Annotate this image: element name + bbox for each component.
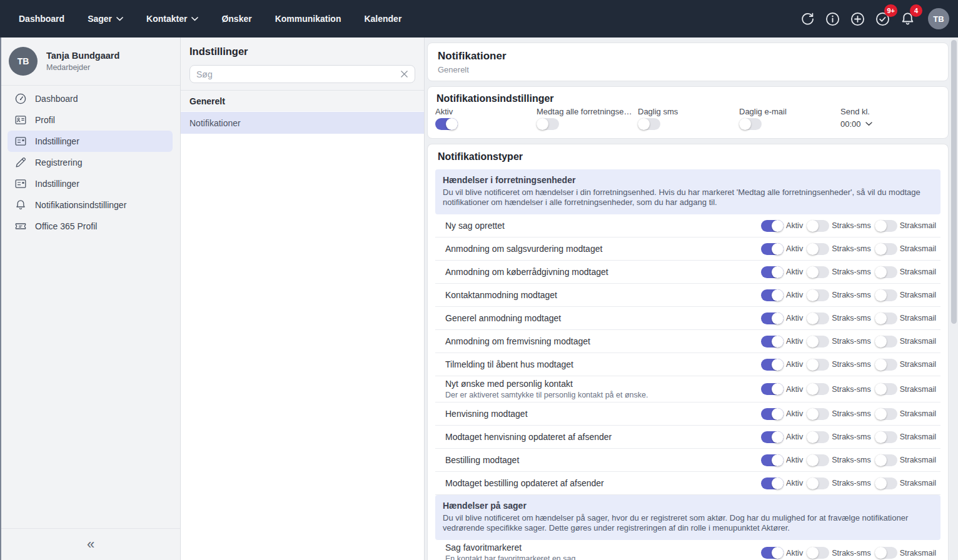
toggle-straks-sms[interactable] — [807, 312, 829, 324]
settings-list-item-notifikationer[interactable]: Notifikationer — [181, 112, 424, 134]
type-row-toggles: AktivStraks-smsStraksmail — [757, 454, 936, 466]
gauge-icon — [14, 92, 27, 105]
notification-type-row: Kontaktanmodning modtagetAktivStraks-sms… — [435, 284, 940, 307]
toggle-group: Straks-sms — [807, 383, 871, 395]
type-row-text: Generel anmodning modtaget — [445, 313, 757, 323]
toggle-straksmail[interactable] — [875, 359, 897, 371]
toggle-aktiv[interactable] — [761, 383, 784, 395]
toggle-straks-sms[interactable] — [807, 383, 829, 395]
toggle-straksmail[interactable] — [875, 383, 897, 395]
toggle-straksmail[interactable] — [875, 266, 897, 278]
main-nav: DashboardSagerKontakterØnskerKommunikati… — [19, 14, 401, 24]
toggle-straks-sms[interactable] — [807, 243, 829, 255]
toggle-label: Straks-sms — [832, 244, 871, 253]
toggle-label: Straks-sms — [832, 432, 871, 441]
sidebar-item-dashboard[interactable]: Dashboard — [8, 88, 173, 109]
toggle-daglig-e-mail[interactable] — [739, 118, 762, 130]
type-row-toggles: AktivStraks-smsStraksmail — [757, 312, 936, 324]
toggle-aktiv[interactable] — [435, 118, 458, 130]
toggle-straks-sms[interactable] — [807, 547, 829, 559]
toggle-straksmail[interactable] — [875, 478, 897, 489]
pencil-icon — [14, 156, 27, 169]
toggle-aktiv[interactable] — [761, 454, 784, 466]
nav-item-dashboard[interactable]: Dashboard — [19, 14, 64, 24]
toggle-aktiv[interactable] — [761, 359, 784, 371]
sidebar-item-indstillinger[interactable]: Indstillinger — [8, 173, 173, 194]
toggle-aktiv[interactable] — [761, 243, 784, 255]
toggle-straks-sms[interactable] — [807, 266, 829, 278]
type-row-label: Anmodning om køberrådgivning modtaget — [445, 267, 757, 277]
toggle-straksmail[interactable] — [875, 454, 897, 466]
sidebar-item-registrering[interactable]: Registrering — [8, 152, 173, 173]
toggle-straks-sms[interactable] — [807, 408, 829, 420]
toggle-label: Aktiv — [786, 360, 803, 369]
toggle-straksmail[interactable] — [875, 243, 897, 255]
nav-item-kommunikation[interactable]: Kommunikation — [275, 14, 341, 24]
toggle-group: Straksmail — [875, 312, 936, 324]
nav-item-kalender[interactable]: Kalender — [364, 14, 401, 24]
scrollbar-thumb[interactable] — [951, 40, 957, 324]
refresh-icon[interactable] — [799, 11, 816, 28]
nav-item-kontakter[interactable]: Kontakter — [146, 14, 198, 24]
user-avatar[interactable]: TB — [928, 8, 949, 29]
send-time-select[interactable]: 00:00 — [840, 118, 942, 130]
toggle-straks-sms[interactable] — [807, 336, 829, 348]
notifications-bell-icon[interactable]: 4 — [899, 11, 916, 28]
type-row-text: Bestilling modtaget — [445, 455, 757, 465]
sidebar-item-office-365-profil[interactable]: Office 365 Profil — [8, 216, 173, 237]
toggle-label: Aktiv — [786, 409, 803, 418]
sidebar-item-label: Profil — [35, 115, 55, 125]
toggle-straks-sms[interactable] — [807, 478, 829, 489]
toggle-straksmail[interactable] — [875, 336, 897, 348]
sidebar-item-notifikationsindstillinger[interactable]: Notifikationsindstillinger — [8, 194, 173, 216]
sidebar-item-label: Notifikationsindstillinger — [35, 200, 126, 210]
search-input[interactable] — [196, 69, 400, 79]
type-row-toggles: AktivStraks-smsStraksmail — [757, 431, 936, 443]
profile-avatar: TB — [9, 47, 38, 76]
sidebar-item-profil[interactable]: Profil — [8, 109, 173, 131]
toggle-aktiv[interactable] — [761, 266, 784, 278]
tasks-badge: 9+ — [884, 4, 897, 17]
vertical-scrollbar[interactable] — [949, 38, 958, 560]
bell-icon — [14, 199, 27, 211]
toggle-group: Aktiv — [761, 408, 803, 420]
type-row-label: Tilmelding til åbent hus modtaget — [445, 359, 757, 369]
toggle-aktiv[interactable] — [761, 431, 784, 443]
sidebar-item-indstillinger[interactable]: Indstillinger — [8, 131, 173, 152]
nav-item-sager[interactable]: Sager — [88, 14, 123, 24]
nav-item-label: Kommunikation — [275, 14, 341, 24]
nav-item--nsker[interactable]: Ønsker — [221, 14, 251, 24]
toggle-straksmail[interactable] — [875, 289, 897, 301]
clear-search-icon[interactable] — [400, 70, 408, 78]
toggle-aktiv[interactable] — [761, 336, 784, 348]
toggle-aktiv[interactable] — [761, 289, 784, 301]
toggle-straksmail[interactable] — [875, 431, 897, 443]
add-icon[interactable] — [849, 11, 866, 28]
toggle-label: Medtag alle forretningsenh... — [537, 107, 634, 117]
type-row-label: Kontaktanmodning modtaget — [445, 290, 757, 300]
toggle-aktiv[interactable] — [761, 478, 784, 489]
info-icon[interactable] — [824, 11, 841, 28]
toggle-straksmail[interactable] — [875, 220, 897, 232]
tasks-check-icon[interactable]: 9+ — [874, 11, 891, 28]
toggle-medtag-alle-forretningsenh-[interactable] — [537, 118, 559, 130]
toggle-aktiv[interactable] — [761, 220, 784, 232]
toggle-label: Straksmail — [900, 221, 936, 230]
toggle-label: Aktiv — [786, 221, 803, 230]
type-row-text: Modtaget bestilling opdateret af afsende… — [445, 478, 757, 488]
toggle-straks-sms[interactable] — [807, 220, 829, 232]
toggle-group: Straks-sms — [807, 243, 871, 255]
toggle-straks-sms[interactable] — [807, 431, 829, 443]
toggle-aktiv[interactable] — [761, 312, 784, 324]
toggle-straksmail[interactable] — [875, 408, 897, 420]
toggle-aktiv[interactable] — [761, 408, 784, 420]
toggle-daglig-sms[interactable] — [638, 118, 660, 130]
toggle-group: Straks-sms — [807, 547, 871, 559]
toggle-aktiv[interactable] — [761, 547, 784, 559]
collapse-sidebar-button[interactable]: « — [87, 538, 94, 551]
toggle-straks-sms[interactable] — [807, 289, 829, 301]
toggle-straksmail[interactable] — [875, 312, 897, 324]
toggle-straks-sms[interactable] — [807, 454, 829, 466]
toggle-straks-sms[interactable] — [807, 359, 829, 371]
toggle-straksmail[interactable] — [875, 547, 897, 559]
